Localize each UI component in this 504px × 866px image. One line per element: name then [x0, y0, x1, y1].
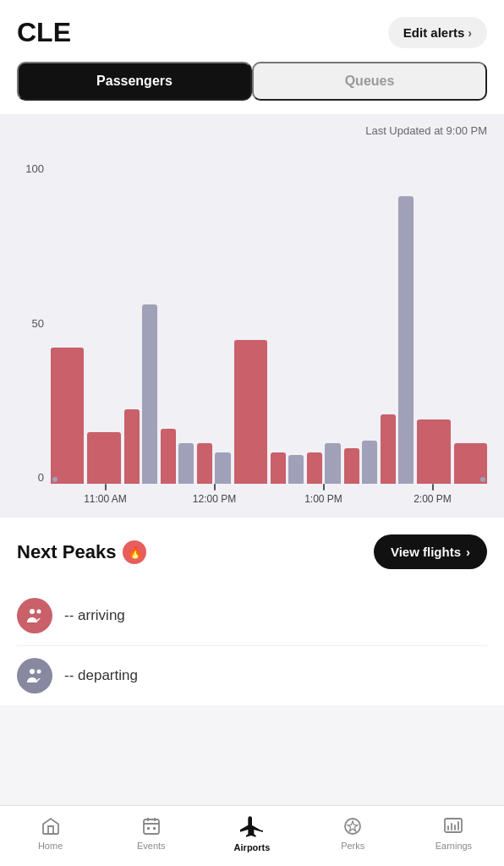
bar-grey-9 — [398, 196, 414, 484]
x-axis: 11:00 AM12:00 PM1:00 PM2:00 PM — [51, 484, 487, 518]
dot-right — [480, 477, 485, 482]
airport-code: CLE — [17, 17, 71, 48]
bar-group-2 — [124, 304, 157, 485]
x-label-2: 1:00 PM — [304, 493, 342, 505]
bar-group-1 — [87, 432, 120, 484]
nav-item-airports[interactable]: Airports — [201, 814, 302, 852]
earnings-icon — [443, 816, 463, 836]
svg-rect-5 — [147, 827, 150, 830]
chart-wrapper: 100 50 0 11:00 AM12:00 PM1:00 PM2:00 PM — [17, 145, 487, 518]
x-tick-line-3 — [432, 484, 434, 491]
view-flights-button[interactable]: View flights › — [374, 534, 487, 569]
bar-group-0 — [51, 348, 84, 485]
bar-group-9 — [381, 196, 414, 484]
dot-left — [52, 477, 58, 482]
svg-rect-6 — [153, 827, 156, 830]
nav-item-home[interactable]: Home — [0, 816, 101, 851]
svg-rect-4 — [144, 819, 159, 834]
fire-icon: 🔥 — [123, 540, 146, 564]
nav-label-airports: Airports — [234, 842, 271, 852]
bar-grey-2 — [142, 304, 157, 485]
x-label-0: 11:00 AM — [84, 493, 127, 505]
tabs-container: Passengers Queues — [0, 62, 504, 114]
chart-container: Last Updated at 9:00 PM 100 50 0 11:00 A… — [0, 114, 504, 518]
events-icon — [141, 816, 162, 836]
next-peaks-left: Next Peaks 🔥 — [17, 540, 146, 564]
next-peaks-title: Next Peaks — [17, 541, 116, 563]
bottom-nav: Home Events Airports Perks Earnings — [0, 805, 504, 866]
tab-queues[interactable]: Queues — [252, 62, 487, 101]
nav-label-perks: Perks — [341, 841, 364, 851]
home-icon — [41, 816, 61, 836]
x-tick-line-2 — [323, 484, 325, 491]
nav-item-events[interactable]: Events — [101, 816, 201, 851]
svg-point-3 — [37, 670, 41, 674]
svg-point-1 — [37, 610, 41, 614]
x-tick-group-1: 12:00 PM — [160, 484, 269, 505]
y-label-0: 0 — [17, 471, 44, 484]
people-arriving-icon — [25, 606, 45, 626]
y-axis: 100 50 0 — [17, 162, 44, 484]
edit-alerts-label: Edit alerts — [403, 25, 465, 40]
bar-group-10 — [417, 419, 450, 485]
last-updated-label: Last Updated at 9:00 PM — [17, 124, 487, 137]
bar-red-9 — [381, 414, 396, 484]
x-tick-line-0 — [105, 484, 107, 491]
departing-label: -- departing — [64, 667, 138, 684]
nav-label-events: Events — [137, 841, 166, 851]
legend-item-departing: -- departing — [17, 646, 487, 705]
bar-red-2 — [124, 409, 140, 484]
chevron-icon: › — [468, 26, 472, 40]
dot-row — [51, 477, 487, 482]
y-label-100: 100 — [17, 162, 44, 175]
bars-inner: 11:00 AM12:00 PM1:00 PM2:00 PM — [51, 162, 487, 518]
view-flights-label: View flights — [391, 545, 461, 559]
arriving-icon — [17, 598, 52, 633]
nav-item-perks[interactable]: Perks — [303, 816, 403, 851]
svg-point-0 — [30, 609, 35, 614]
y-label-50: 50 — [17, 317, 44, 330]
nav-label-earnings: Earnings — [436, 841, 472, 851]
x-tick-group-2: 1:00 PM — [269, 484, 378, 505]
bar-red-0 — [51, 348, 84, 485]
bar-red-3 — [161, 429, 176, 484]
bar-red-5 — [234, 340, 267, 484]
nav-item-earnings[interactable]: Earnings — [403, 816, 504, 851]
arriving-label: -- arriving — [64, 607, 125, 624]
departing-icon — [17, 658, 52, 693]
airports-icon — [240, 814, 264, 838]
bars-area: 11:00 AM12:00 PM1:00 PM2:00 PM — [51, 162, 487, 518]
x-tick-line-1 — [214, 484, 216, 491]
edit-alerts-button[interactable]: Edit alerts › — [388, 17, 487, 48]
x-label-1: 12:00 PM — [193, 493, 236, 505]
x-tick-group-0: 11:00 AM — [51, 484, 160, 505]
svg-point-2 — [30, 669, 35, 674]
x-tick-group-3: 2:00 PM — [378, 484, 487, 505]
x-label-3: 2:00 PM — [414, 493, 452, 505]
nav-label-home: Home — [38, 841, 63, 851]
perks-icon — [342, 816, 363, 836]
tab-passengers[interactable]: Passengers — [17, 62, 252, 101]
bar-group-5 — [234, 340, 267, 484]
header: CLE Edit alerts › — [0, 0, 504, 62]
legend-item-arriving: -- arriving — [17, 586, 487, 646]
legend-list: -- arriving -- departing — [17, 586, 487, 705]
next-peaks-header: Next Peaks 🔥 View flights › — [17, 534, 487, 569]
people-departing-icon — [25, 666, 45, 686]
bar-red-1 — [87, 432, 120, 484]
bar-group-3 — [161, 429, 194, 484]
next-peaks-section: Next Peaks 🔥 View flights › -- arriving — [0, 518, 504, 705]
view-flights-chevron: › — [466, 545, 470, 559]
bar-red-10 — [417, 419, 450, 485]
svg-rect-8 — [445, 819, 462, 832]
